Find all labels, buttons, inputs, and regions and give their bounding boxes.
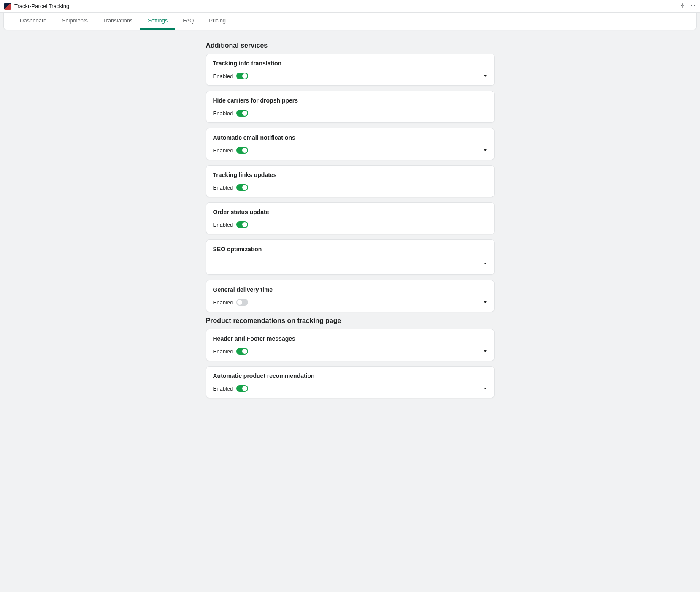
card-row: Enabled [213, 147, 487, 154]
card-row: Enabled [213, 299, 487, 306]
card-hide-carriers-for-dropshippers: Hide carriers for dropshippersEnabled [206, 91, 495, 123]
tab-label: Settings [148, 17, 168, 24]
enabled-label: Enabled [213, 147, 233, 154]
pin-icon[interactable] [680, 3, 686, 10]
topbar-left: Trackr-Parcel Tracking [4, 3, 69, 10]
card-general-delivery-time: General delivery timeEnabled [206, 280, 495, 312]
tab-faq[interactable]: FAQ [175, 13, 201, 30]
card-seo-optimization: SEO optimization [206, 239, 495, 275]
chevron-down-icon[interactable] [483, 74, 487, 78]
enabled-label: Enabled [213, 348, 233, 355]
card-order-status-update: Order status updateEnabled [206, 202, 495, 234]
toggle-knob [242, 222, 247, 227]
more-icon[interactable] [690, 3, 696, 10]
tab-label: Shipments [62, 17, 88, 24]
enabled-label: Enabled [213, 185, 233, 191]
card-row [213, 258, 487, 269]
card-row: Enabled [213, 348, 487, 355]
enabled-label: Enabled [213, 73, 233, 79]
toggle-general-delivery-time[interactable] [236, 299, 248, 306]
tab-shipments[interactable]: Shipments [54, 13, 95, 30]
card-tracking-links-updates: Tracking links updatesEnabled [206, 165, 495, 197]
section-title-recommendations: Product recomendations on tracking page [206, 317, 495, 325]
svg-point-1 [694, 5, 695, 6]
card-row-left: Enabled [213, 299, 249, 306]
tab-translations[interactable]: Translations [95, 13, 140, 30]
topbar: Trackr-Parcel Tracking [0, 0, 700, 13]
enabled-label: Enabled [213, 222, 233, 228]
card-title: Automatic product recommendation [213, 372, 487, 379]
card-row: Enabled [213, 221, 487, 228]
toggle-tracking-links-updates[interactable] [236, 184, 248, 191]
toggle-hide-carriers-for-dropshippers[interactable] [236, 110, 248, 117]
card-row-left: Enabled [213, 221, 249, 228]
card-title: General delivery time [213, 286, 487, 293]
card-automatic-product-recommendation: Automatic product recommendationEnabled [206, 366, 495, 398]
tab-pricing[interactable]: Pricing [201, 13, 233, 30]
card-title: Order status update [213, 209, 487, 215]
tab-dashboard[interactable]: Dashboard [12, 13, 54, 30]
card-row-left: Enabled [213, 348, 249, 355]
topbar-right [680, 3, 696, 10]
app-icon [4, 3, 11, 10]
svg-point-0 [691, 5, 692, 6]
toggle-automatic-product-recommendation[interactable] [236, 385, 248, 392]
enabled-label: Enabled [213, 110, 233, 117]
chevron-down-icon[interactable] [483, 386, 487, 391]
toggle-tracking-info-translation[interactable] [236, 73, 248, 79]
toggle-knob [242, 185, 247, 190]
toggle-knob [237, 300, 242, 305]
tab-label: Dashboard [20, 17, 47, 24]
enabled-label: Enabled [213, 386, 233, 392]
toggle-header-and-footer-messages[interactable] [236, 348, 248, 355]
card-header-and-footer-messages: Header and Footer messagesEnabled [206, 329, 495, 361]
toggle-knob [242, 386, 247, 391]
tab-label: Translations [103, 17, 132, 24]
content: Additional services Tracking info transl… [206, 30, 495, 420]
toggle-knob [242, 148, 247, 153]
toggle-automatic-email-notifications[interactable] [236, 147, 248, 154]
toggle-knob [242, 349, 247, 354]
toggle-knob [242, 73, 247, 79]
card-row: Enabled [213, 73, 487, 79]
card-automatic-email-notifications: Automatic email notificationsEnabled [206, 128, 495, 160]
app-title: Trackr-Parcel Tracking [14, 3, 69, 9]
card-row-left: Enabled [213, 147, 249, 154]
card-title: Hide carriers for dropshippers [213, 97, 487, 104]
chevron-down-icon[interactable] [483, 261, 487, 266]
card-title: SEO optimization [213, 246, 487, 253]
enabled-label: Enabled [213, 299, 233, 306]
tabbar: DashboardShipmentsTranslationsSettingsFA… [4, 13, 696, 30]
tabbar-wrapper: DashboardShipmentsTranslationsSettingsFA… [3, 13, 697, 30]
card-row-left: Enabled [213, 385, 249, 392]
tab-settings[interactable]: Settings [140, 13, 175, 30]
card-title: Tracking links updates [213, 171, 487, 178]
card-title: Automatic email notifications [213, 134, 487, 141]
toggle-order-status-update[interactable] [236, 221, 248, 228]
card-title: Header and Footer messages [213, 335, 487, 342]
card-row: Enabled [213, 110, 487, 117]
section-title-additional: Additional services [206, 42, 495, 49]
card-row-left: Enabled [213, 184, 249, 191]
chevron-down-icon[interactable] [483, 300, 487, 304]
card-row: Enabled [213, 184, 487, 191]
card-row: Enabled [213, 385, 487, 392]
toggle-knob [242, 111, 247, 116]
card-row-left: Enabled [213, 73, 249, 79]
tab-label: Pricing [209, 17, 226, 24]
card-title: Tracking info translation [213, 60, 487, 67]
card-row-left: Enabled [213, 110, 249, 117]
chevron-down-icon[interactable] [483, 148, 487, 152]
tab-label: FAQ [183, 17, 194, 24]
card-tracking-info-translation: Tracking info translationEnabled [206, 54, 495, 86]
chevron-down-icon[interactable] [483, 349, 487, 353]
